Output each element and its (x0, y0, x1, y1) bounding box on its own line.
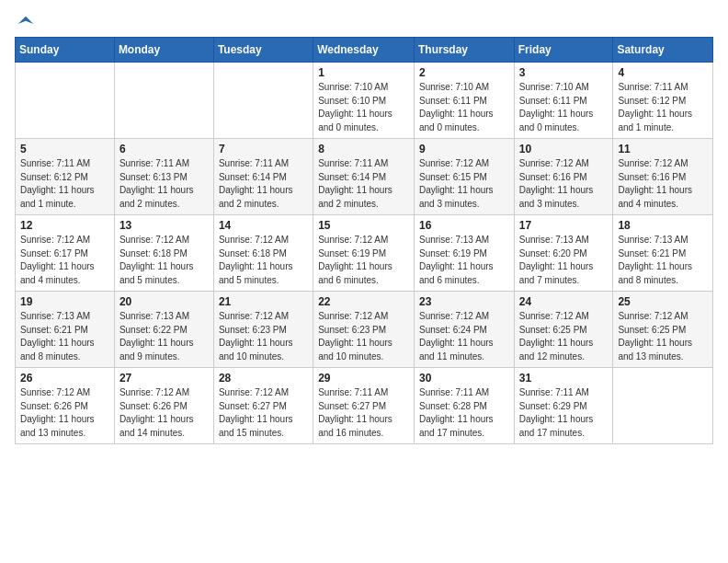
day-info: Sunrise: 7:11 AM Sunset: 6:14 PM Dayligh… (318, 157, 409, 211)
day-number: 14 (219, 219, 308, 232)
day-number: 26 (20, 372, 109, 385)
logo (15, 15, 35, 29)
day-info: Sunrise: 7:13 AM Sunset: 6:21 PM Dayligh… (20, 310, 109, 363)
day-cell: 21Sunrise: 7:12 AM Sunset: 6:23 PM Dayli… (213, 292, 313, 368)
day-info: Sunrise: 7:12 AM Sunset: 6:18 PM Dayligh… (219, 234, 308, 287)
day-number: 23 (419, 295, 509, 308)
header-cell-wednesday: Wednesday (313, 38, 415, 63)
day-cell (613, 368, 713, 444)
week-row-1: 5Sunrise: 7:11 AM Sunset: 6:12 PM Daylig… (16, 139, 713, 215)
day-info: Sunrise: 7:13 AM Sunset: 6:19 PM Dayligh… (419, 234, 509, 287)
day-number: 27 (119, 372, 209, 385)
day-info: Sunrise: 7:12 AM Sunset: 6:27 PM Dayligh… (219, 386, 308, 440)
day-cell: 1Sunrise: 7:10 AM Sunset: 6:10 PM Daylig… (313, 63, 415, 139)
day-cell: 7Sunrise: 7:11 AM Sunset: 6:14 PM Daylig… (213, 139, 313, 215)
day-number: 15 (318, 219, 409, 232)
day-cell: 23Sunrise: 7:12 AM Sunset: 6:24 PM Dayli… (414, 292, 514, 368)
day-number: 11 (618, 143, 708, 155)
day-number: 31 (519, 372, 609, 385)
day-info: Sunrise: 7:11 AM Sunset: 6:12 PM Dayligh… (618, 81, 708, 134)
day-cell (16, 63, 115, 139)
day-number: 8 (318, 143, 409, 155)
day-info: Sunrise: 7:12 AM Sunset: 6:23 PM Dayligh… (318, 310, 409, 363)
day-cell: 11Sunrise: 7:12 AM Sunset: 6:16 PM Dayli… (613, 139, 713, 215)
week-row-3: 19Sunrise: 7:13 AM Sunset: 6:21 PM Dayli… (16, 292, 713, 368)
day-number: 10 (519, 143, 609, 155)
day-cell: 29Sunrise: 7:11 AM Sunset: 6:27 PM Dayli… (313, 368, 415, 444)
day-cell (114, 63, 213, 139)
day-cell: 4Sunrise: 7:11 AM Sunset: 6:12 PM Daylig… (613, 63, 713, 139)
day-number: 20 (119, 295, 209, 308)
week-row-4: 26Sunrise: 7:12 AM Sunset: 6:26 PM Dayli… (16, 368, 713, 444)
day-number: 24 (519, 295, 609, 308)
day-number: 7 (219, 143, 308, 155)
day-cell: 12Sunrise: 7:12 AM Sunset: 6:17 PM Dayli… (16, 215, 115, 292)
day-cell: 16Sunrise: 7:13 AM Sunset: 6:19 PM Dayli… (414, 215, 514, 292)
day-cell: 10Sunrise: 7:12 AM Sunset: 6:16 PM Dayli… (514, 139, 613, 215)
header-cell-friday: Friday (514, 38, 613, 63)
day-info: Sunrise: 7:12 AM Sunset: 6:24 PM Dayligh… (419, 310, 509, 363)
day-number: 5 (20, 143, 109, 155)
day-number: 6 (119, 143, 209, 155)
day-cell: 3Sunrise: 7:10 AM Sunset: 6:11 PM Daylig… (514, 63, 613, 139)
day-number: 28 (219, 372, 308, 385)
day-info: Sunrise: 7:12 AM Sunset: 6:19 PM Dayligh… (318, 234, 409, 287)
logo-icon (17, 15, 35, 33)
day-number: 9 (419, 143, 509, 155)
day-number: 4 (618, 66, 708, 79)
header-cell-thursday: Thursday (414, 38, 514, 63)
day-cell (213, 63, 313, 139)
header-row: SundayMondayTuesdayWednesdayThursdayFrid… (16, 38, 713, 63)
day-cell: 25Sunrise: 7:12 AM Sunset: 6:25 PM Dayli… (613, 292, 713, 368)
day-cell: 9Sunrise: 7:12 AM Sunset: 6:15 PM Daylig… (414, 139, 514, 215)
header-cell-sunday: Sunday (16, 38, 115, 63)
day-info: Sunrise: 7:12 AM Sunset: 6:23 PM Dayligh… (219, 310, 308, 363)
day-number: 30 (419, 372, 509, 385)
day-number: 16 (419, 219, 509, 232)
header-cell-tuesday: Tuesday (213, 38, 313, 63)
day-number: 13 (119, 219, 209, 232)
day-info: Sunrise: 7:11 AM Sunset: 6:28 PM Dayligh… (419, 386, 509, 440)
day-number: 1 (318, 66, 409, 79)
day-cell: 18Sunrise: 7:13 AM Sunset: 6:21 PM Dayli… (613, 215, 713, 292)
day-number: 3 (519, 66, 609, 79)
day-cell: 28Sunrise: 7:12 AM Sunset: 6:27 PM Dayli… (213, 368, 313, 444)
day-number: 22 (318, 295, 409, 308)
day-info: Sunrise: 7:12 AM Sunset: 6:25 PM Dayligh… (519, 310, 609, 363)
day-info: Sunrise: 7:13 AM Sunset: 6:22 PM Dayligh… (119, 310, 209, 363)
day-number: 18 (618, 219, 708, 232)
day-info: Sunrise: 7:12 AM Sunset: 6:16 PM Dayligh… (519, 157, 609, 211)
day-cell: 19Sunrise: 7:13 AM Sunset: 6:21 PM Dayli… (16, 292, 115, 368)
day-number: 25 (618, 295, 708, 308)
day-info: Sunrise: 7:12 AM Sunset: 6:25 PM Dayligh… (618, 310, 708, 363)
svg-marker-0 (18, 17, 34, 24)
day-info: Sunrise: 7:12 AM Sunset: 6:15 PM Dayligh… (419, 157, 509, 211)
day-cell: 26Sunrise: 7:12 AM Sunset: 6:26 PM Dayli… (16, 368, 115, 444)
day-cell: 20Sunrise: 7:13 AM Sunset: 6:22 PM Dayli… (114, 292, 213, 368)
day-cell: 17Sunrise: 7:13 AM Sunset: 6:20 PM Dayli… (514, 215, 613, 292)
day-info: Sunrise: 7:12 AM Sunset: 6:16 PM Dayligh… (618, 157, 708, 211)
day-info: Sunrise: 7:12 AM Sunset: 6:26 PM Dayligh… (119, 386, 209, 440)
day-info: Sunrise: 7:11 AM Sunset: 6:27 PM Dayligh… (318, 386, 409, 440)
day-info: Sunrise: 7:10 AM Sunset: 6:10 PM Dayligh… (318, 81, 409, 134)
day-info: Sunrise: 7:10 AM Sunset: 6:11 PM Dayligh… (519, 81, 609, 134)
day-cell: 8Sunrise: 7:11 AM Sunset: 6:14 PM Daylig… (313, 139, 415, 215)
week-row-2: 12Sunrise: 7:12 AM Sunset: 6:17 PM Dayli… (16, 215, 713, 292)
day-info: Sunrise: 7:10 AM Sunset: 6:11 PM Dayligh… (419, 81, 509, 134)
day-info: Sunrise: 7:11 AM Sunset: 6:14 PM Dayligh… (219, 157, 308, 211)
header-cell-saturday: Saturday (613, 38, 713, 63)
day-cell: 14Sunrise: 7:12 AM Sunset: 6:18 PM Dayli… (213, 215, 313, 292)
day-info: Sunrise: 7:12 AM Sunset: 6:17 PM Dayligh… (20, 234, 109, 287)
day-number: 19 (20, 295, 109, 308)
calendar-header: SundayMondayTuesdayWednesdayThursdayFrid… (16, 38, 713, 63)
day-info: Sunrise: 7:13 AM Sunset: 6:21 PM Dayligh… (618, 234, 708, 287)
day-info: Sunrise: 7:12 AM Sunset: 6:26 PM Dayligh… (20, 386, 109, 440)
day-cell: 27Sunrise: 7:12 AM Sunset: 6:26 PM Dayli… (114, 368, 213, 444)
day-number: 17 (519, 219, 609, 232)
day-cell: 5Sunrise: 7:11 AM Sunset: 6:12 PM Daylig… (16, 139, 115, 215)
day-number: 2 (419, 66, 509, 79)
day-info: Sunrise: 7:11 AM Sunset: 6:12 PM Dayligh… (20, 157, 109, 211)
day-cell: 6Sunrise: 7:11 AM Sunset: 6:13 PM Daylig… (114, 139, 213, 215)
day-number: 12 (20, 219, 109, 232)
day-number: 29 (318, 372, 409, 385)
